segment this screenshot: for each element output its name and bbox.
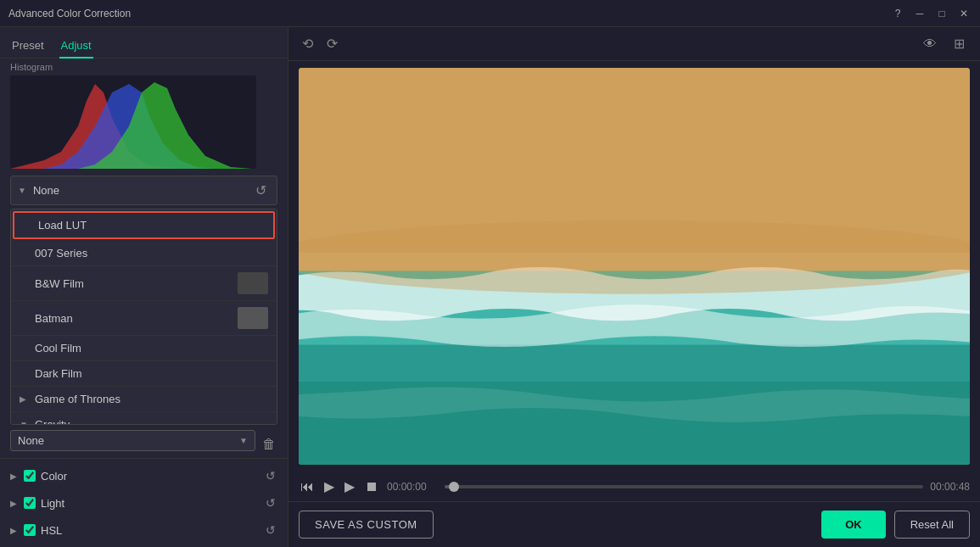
histogram-chart <box>10 75 256 169</box>
reset-preset-button[interactable]: ↺ <box>252 181 270 200</box>
compare-button[interactable]: ⊞ <box>949 34 970 53</box>
hsl-checkbox[interactable] <box>24 524 36 536</box>
delete-lut-button[interactable]: 🗑 <box>260 435 277 454</box>
minimize-button[interactable]: ─ <box>912 6 927 21</box>
preset-item-load-lut[interactable]: Load LUT <box>13 211 275 239</box>
color-label: Color <box>41 470 264 483</box>
eye-button[interactable]: 👁 <box>918 35 942 53</box>
preset-item-dark-film[interactable]: Dark Film <box>11 361 277 387</box>
lut-selector-chevron: ▼ <box>239 436 248 445</box>
batman-thumbnail <box>238 307 268 329</box>
gravity-label: Gravity <box>35 418 268 425</box>
main-layout: Preset Adjust Histogram <box>0 27 980 547</box>
close-button[interactable]: ✕ <box>956 6 972 21</box>
help-button[interactable]: ? <box>890 6 905 21</box>
preset-item-gravity[interactable]: ▼ Gravity <box>11 412 277 425</box>
preset-item-batman[interactable]: Batman <box>11 301 277 336</box>
color-expand-icon[interactable]: ▶ <box>10 472 19 481</box>
current-time: 00:00:00 <box>387 481 438 493</box>
preset-list: Load LUT 007 Series B&W Film Batman <box>10 209 277 425</box>
color-checkbox[interactable] <box>24 470 36 482</box>
chevron-down-icon: ▼ <box>18 186 26 195</box>
dark-film-label: Dark Film <box>35 367 268 380</box>
histogram-canvas <box>10 75 256 169</box>
gravity-arrow: ▼ <box>20 420 28 425</box>
light-reset-button[interactable]: ↺ <box>264 494 277 511</box>
load-lut-label: Load LUT <box>38 219 265 232</box>
correction-items: ▶ Color ↺ ▶ Light ↺ ▶ HSL ↺ <box>10 464 277 542</box>
corrections-section: ▶ Color ↺ ▶ Light ↺ ▶ HSL ↺ <box>0 458 288 547</box>
histogram-label: Histogram <box>10 62 277 72</box>
minimize-icon: ─ <box>916 8 924 20</box>
light-expand-icon[interactable]: ▶ <box>10 499 19 508</box>
tab-adjust[interactable]: Adjust <box>59 34 93 59</box>
preset-item-cool-film[interactable]: Cool Film <box>11 336 277 361</box>
007-series-label: 007 Series <box>35 247 268 260</box>
tab-preset[interactable]: Preset <box>10 34 46 59</box>
step-back-button[interactable]: ⏮ <box>299 477 316 496</box>
video-controls: ⏮ ▶ ▶ ⏹ 00:00:00 00:00:48 <box>288 472 980 501</box>
undo-button[interactable]: ⟲ <box>299 34 316 53</box>
light-label: Light <box>41 497 264 510</box>
color-reset-button[interactable]: ↺ <box>264 467 277 484</box>
close-icon: ✕ <box>960 8 968 20</box>
beach-scene-svg <box>299 68 970 465</box>
none-selector[interactable]: ▼ None ↺ <box>10 176 277 205</box>
title-bar: Advanced Color Correction ? ─ □ ✕ <box>0 0 980 27</box>
progress-thumb[interactable] <box>449 482 459 492</box>
correction-row-light: ▶ Light ↺ <box>10 491 277 515</box>
hsl-label: HSL <box>41 524 264 537</box>
preset-item-game-of-thrones[interactable]: ▶ Game of Thrones <box>11 387 277 412</box>
play-alt-button[interactable]: ▶ <box>343 477 356 496</box>
right-panel: ⟲ ⟳ 👁 ⊞ <box>288 27 980 547</box>
cool-film-label: Cool Film <box>35 342 268 354</box>
help-icon: ? <box>895 8 901 20</box>
window-controls: ? ─ □ ✕ <box>890 6 972 21</box>
light-checkbox[interactable] <box>24 497 36 509</box>
histogram-section: Histogram <box>0 59 288 176</box>
got-arrow: ▶ <box>20 394 28 404</box>
preset-item-bw-film[interactable]: B&W Film <box>11 266 277 301</box>
maximize-button[interactable]: □ <box>934 6 949 21</box>
svg-point-5 <box>299 220 970 294</box>
ok-button[interactable]: OK <box>821 511 886 539</box>
window-title: Advanced Color Correction <box>8 8 890 20</box>
correction-row-hsl: ▶ HSL ↺ <box>10 518 277 542</box>
hsl-expand-icon[interactable]: ▶ <box>10 526 19 535</box>
bottom-right-buttons: OK Reset All <box>821 511 970 539</box>
lut-selector[interactable]: None ▼ <box>10 430 255 451</box>
preset-item-007-series[interactable]: 007 Series <box>11 241 277 266</box>
right-toolbar: ⟲ ⟳ 👁 ⊞ <box>288 27 980 61</box>
left-panel: Preset Adjust Histogram <box>0 27 288 547</box>
tabs-bar: Preset Adjust <box>0 27 288 59</box>
correction-row-color: ▶ Color ↺ <box>10 464 277 488</box>
redo-button[interactable]: ⟳ <box>323 34 341 53</box>
bw-film-label: B&W Film <box>35 277 232 290</box>
stop-button[interactable]: ⏹ <box>363 477 380 496</box>
play-button[interactable]: ▶ <box>322 477 336 496</box>
bottom-buttons: SAVE AS CUSTOM OK Reset All <box>288 501 980 547</box>
hsl-reset-button[interactable]: ↺ <box>264 522 277 539</box>
got-label: Game of Thrones <box>35 393 268 405</box>
end-time: 00:00:48 <box>930 481 970 493</box>
maximize-icon: □ <box>938 8 944 20</box>
video-preview <box>299 68 970 465</box>
dropdown-area: ▼ None ↺ Load LUT 007 Series B&W F <box>0 176 288 458</box>
progress-bar[interactable] <box>445 485 923 488</box>
save-as-custom-button[interactable]: SAVE AS CUSTOM <box>299 511 434 539</box>
batman-label: Batman <box>35 312 232 325</box>
bw-film-thumbnail <box>238 272 268 294</box>
reset-all-button[interactable]: Reset All <box>894 511 970 539</box>
